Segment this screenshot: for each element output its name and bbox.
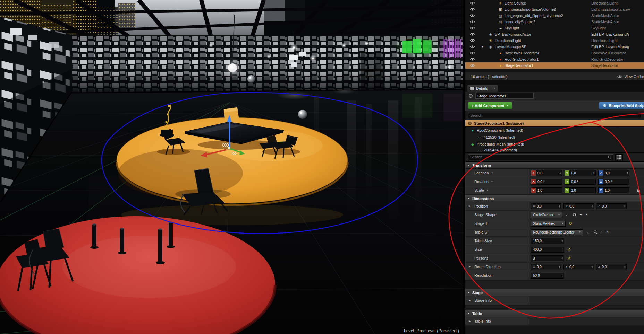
outliner-row-skydome[interactable]: ▤ Las_vegas_old_flipped_skydome2 StaticM… <box>465 12 644 19</box>
actor-name[interactable]: LayoutManagerBP <box>495 45 526 49</box>
spinner-icon[interactable]: ▲▼ <box>559 205 560 208</box>
details-tab[interactable]: Details × <box>467 85 498 92</box>
rotation-x-field[interactable]: 0,0 ° <box>536 179 562 185</box>
visibility-eye-icon[interactable] <box>470 14 475 17</box>
browse-asset-icon[interactable] <box>573 213 577 217</box>
expand-arrow-icon[interactable]: ▶ <box>469 320 471 323</box>
position-z-field[interactable]: Z0,0▲▼ <box>596 203 627 209</box>
outliner-row-light-source[interactable]: ☀ Light Source DirectionalLight <box>465 0 644 6</box>
spinner-icon[interactable]: ▲▼ <box>559 172 561 174</box>
visibility-eye-icon[interactable] <box>470 51 475 55</box>
visibility-eye-icon[interactable] <box>470 26 475 30</box>
section-header-stage[interactable]: ▼ Stage <box>465 289 644 296</box>
outliner-row-skylight[interactable]: ☁ SkyLight SkyLight <box>465 25 644 31</box>
visibility-eye-icon[interactable] <box>470 1 475 5</box>
edit-blueprint-link[interactable]: Edit BP_LayoutManag <box>591 45 629 49</box>
rotation-label[interactable]: Rotation ▼ <box>465 177 529 186</box>
add-component-button[interactable]: + Add Component ▼ <box>468 102 512 109</box>
reset-to-default-icon[interactable]: ↺ <box>569 221 572 226</box>
location-y-field[interactable]: 0,0▲▼ <box>569 170 596 176</box>
outliner-row-roof-grid-decorator[interactable]: ● RoofGridDecorator1 RoofGridDecorator <box>465 56 644 62</box>
table-s-dropdown[interactable]: RoundedRectangleCreator▼ <box>531 229 583 235</box>
location-label[interactable]: Location ▼ <box>465 169 529 177</box>
lock-icon[interactable] <box>637 188 640 193</box>
property-search-input[interactable] <box>468 154 613 160</box>
add-asset-icon[interactable]: + <box>580 212 582 217</box>
table-info-label[interactable]: ▶ Table Info <box>465 317 529 325</box>
outliner-row-boxes-wall-decorator[interactable]: ● BoxesWallDecorator BoxesWallDecorator <box>465 50 644 56</box>
room-direction-y-field[interactable]: Y0,0▲▼ <box>564 264 594 270</box>
component-row-procedural-mesh[interactable]: ◆ Procedural Mesh (Inherited) <box>465 141 644 148</box>
blueprint-add-script-button[interactable]: ⚙ Blueprint/Add Script <box>599 102 644 109</box>
stage-shape-dropdown[interactable]: CircleCreator▼ <box>531 212 562 218</box>
actor-name[interactable]: RoofGridDecorator1 <box>505 57 539 61</box>
expand-arrow-icon[interactable]: ▶ <box>469 205 471 208</box>
rotation-y-field[interactable]: 0,0 ° <box>569 179 596 185</box>
spinner-icon[interactable]: ▲▼ <box>593 172 595 174</box>
property-matrix-button[interactable] <box>615 154 623 160</box>
spinner-icon[interactable]: ▲▼ <box>561 257 563 260</box>
persons-field[interactable]: 3▲▼ <box>531 255 564 261</box>
position-label[interactable]: ▶ Position <box>465 202 529 210</box>
actor-name[interactable]: StageDecorator1 <box>505 63 533 68</box>
position-y-field[interactable]: Y0,0▲▼ <box>564 203 594 209</box>
stage-info-label[interactable]: ▶ Stage Info <box>465 296 529 305</box>
use-selected-asset-icon[interactable]: ← <box>586 230 590 235</box>
section-header-dimensions[interactable]: ▼ Dimensions <box>465 195 644 202</box>
view-options-button[interactable]: View Options <box>617 74 644 79</box>
actor-name[interactable]: Light Source <box>505 1 526 5</box>
clear-asset-icon[interactable]: × <box>606 230 609 235</box>
room-direction-x-field[interactable]: X0,0▲▼ <box>531 264 561 270</box>
expand-arrow-icon[interactable]: ▶ <box>469 299 471 302</box>
browse-asset-icon[interactable] <box>593 230 598 234</box>
spinner-icon[interactable]: ▲▼ <box>624 205 626 208</box>
component-row-2105424[interactable]: ▭ 2105424 (Inherited) <box>465 148 644 152</box>
room-direction-z-field[interactable]: Z0,0▲▼ <box>596 264 627 270</box>
location-x-field[interactable]: 0,0▲▼ <box>536 170 562 176</box>
spinner-icon[interactable]: ▲▼ <box>624 265 626 268</box>
outliner-row-pano[interactable]: ▤ pano_citySquare2 StaticMeshActor <box>465 19 644 25</box>
scale-y-field[interactable]: 1,0 <box>569 187 596 193</box>
actor-name[interactable]: Las_vegas_old_flipped_skydome2 <box>505 14 563 18</box>
expand-arrow-icon[interactable]: ▼ <box>481 46 484 48</box>
resolution-field[interactable]: 50,0▲▼ <box>531 273 564 279</box>
visibility-eye-icon[interactable] <box>470 39 475 42</box>
section-header-table[interactable]: ▼ Table <box>465 310 644 317</box>
edit-blueprint-link[interactable]: Edit BP_BackgroundA <box>591 32 629 36</box>
actor-name[interactable]: BP_BackgroundActor <box>495 32 531 36</box>
visibility-eye-icon[interactable] <box>470 20 475 24</box>
use-selected-asset-icon[interactable]: ← <box>565 212 569 217</box>
outliner-row-directional-light[interactable]: ☀ DirectionalLight DirectionalLight <box>465 37 644 44</box>
visibility-eye-icon[interactable] <box>470 45 475 49</box>
actor-name[interactable]: BoxesWallDecorator <box>505 51 539 55</box>
rotation-z-field[interactable]: 0,0 ° <box>603 179 629 185</box>
actor-name[interactable]: DirectionalLight <box>495 38 521 43</box>
spinner-icon[interactable]: ▲▼ <box>627 172 628 174</box>
actor-name[interactable]: LightmassImportanceVolume2 <box>505 7 556 11</box>
section-header-transform[interactable]: ▼ Transform <box>465 161 644 169</box>
actor-name[interactable]: SkyLight <box>505 26 519 30</box>
spinner-icon[interactable]: ▲▼ <box>591 265 593 268</box>
position-x-field[interactable]: X0,0▲▼ <box>531 203 561 209</box>
visibility-eye-icon[interactable] <box>470 64 475 67</box>
room-direction-label[interactable]: ▶ Room Direction <box>465 263 529 271</box>
expand-arrow-icon[interactable]: ▶ <box>469 265 471 268</box>
spinner-icon[interactable]: ▲▼ <box>561 239 563 242</box>
scale-z-field[interactable]: 1,0 <box>603 187 629 193</box>
close-tab-icon[interactable]: × <box>493 87 495 90</box>
location-z-field[interactable]: 0,0▲▼ <box>603 170 629 176</box>
actor-name[interactable]: pano_citySquare2 <box>505 20 535 24</box>
viewport-3d-scene[interactable] <box>0 0 463 334</box>
reset-to-default-icon[interactable]: ↺ <box>567 247 571 252</box>
reset-to-default-icon[interactable]: ↺ <box>567 256 571 261</box>
actor-name-input[interactable] <box>475 93 534 99</box>
component-row-root[interactable]: ● RootComponent (Inherited) <box>465 127 644 134</box>
table-size-field[interactable]: 150,0▲▼ <box>531 238 564 244</box>
scale-x-field[interactable]: 1,0 <box>536 187 562 193</box>
visibility-eye-icon[interactable] <box>470 8 475 11</box>
stage-t-dropdown[interactable]: Static Meshes▼ <box>531 221 566 227</box>
component-search-input[interactable] <box>468 113 641 118</box>
visibility-eye-icon[interactable] <box>470 33 475 36</box>
spinner-icon[interactable]: ▲▼ <box>561 274 563 277</box>
spinner-icon[interactable]: ▲▼ <box>591 205 593 208</box>
